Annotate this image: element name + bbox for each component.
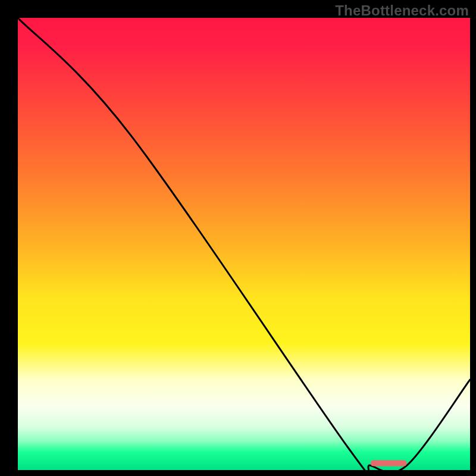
chart-plot [18, 18, 470, 470]
gradient-background [18, 18, 470, 470]
chart-frame: TheBottleneck.com [0, 0, 476, 476]
watermark-text: TheBottleneck.com [335, 2, 469, 19]
optimal-marker [371, 461, 407, 466]
